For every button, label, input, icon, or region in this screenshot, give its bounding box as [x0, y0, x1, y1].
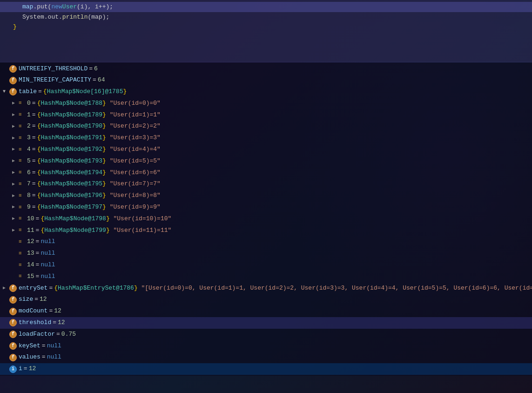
table-entry-14: ≡ 14 = null	[0, 259, 532, 271]
table-entry-7[interactable]: ▶ ≡ 7 = {HashMap$Node@1795} "User(id=7)=…	[0, 178, 532, 190]
field-name-size: size	[19, 295, 33, 305]
field-val-min-treeify: 64	[98, 75, 105, 85]
code-line-1: map.put(new User(i), i++);	[0, 2, 532, 12]
field-name-entryset: entrySet	[19, 284, 47, 293]
expand-icon[interactable]: ▶	[12, 135, 19, 142]
array-icon: ≡	[19, 250, 25, 258]
expand-icon[interactable]: ▶	[12, 203, 19, 211]
field-val-values: null	[47, 352, 61, 362]
table-entry-6[interactable]: ▶ ≡ 6 = {HashMap$Node@1794} "User(id=6)=…	[0, 167, 532, 179]
debug-row-values[interactable]: f values = null	[0, 352, 532, 363]
table-entry-0[interactable]: ▶ ≡ 0 = {HashMap$Node@1788} "User(id=0)=…	[0, 98, 532, 109]
table-entry-13: ≡ 13 = null	[0, 248, 532, 259]
expand-icon[interactable]: ▶	[12, 181, 19, 188]
debug-row-entryset[interactable]: ▶ f entrySet = {HashMap$EntrySet@1786} "…	[0, 283, 532, 294]
expand-icon[interactable]: ▶	[12, 123, 19, 130]
table-entry-5[interactable]: ▶ ≡ 5 = {HashMap$Node@1793} "User(id=5)=…	[0, 156, 532, 167]
expand-icon[interactable]: ▶	[12, 192, 19, 200]
field-name-modcount: modCount	[19, 306, 47, 316]
field-type-icon-f: f	[9, 77, 17, 84]
table-entry-10[interactable]: ▶ ≡ 10 = {HashMap$Node@1798} "User(id=10…	[0, 213, 532, 225]
field-name-untreeify: UNTREEIFY_THRESHOLD	[19, 64, 88, 74]
expand-icon[interactable]: ▶	[12, 215, 19, 223]
field-val-i: 12	[29, 364, 36, 374]
table-entry-1[interactable]: ▶ ≡ 1 = {HashMap$Node@1789} "User(id=1)=…	[0, 109, 532, 121]
field-type-table: HashMap$Node[16]	[47, 87, 105, 97]
expand-icon[interactable]: ▶	[12, 227, 19, 234]
field-type-icon-i: i	[9, 366, 17, 373]
expand-icon[interactable]: ▶	[12, 100, 19, 107]
field-val-keyset: null	[47, 341, 61, 351]
table-entry-12: ≡ 12 = null	[0, 236, 532, 248]
expand-arrow-entryset[interactable]: ▶	[3, 285, 9, 292]
debug-row-min-treeify[interactable]: f MIN_TREEIFY_CAPACITY = 64	[0, 75, 532, 86]
key-0: 0	[27, 99, 31, 108]
debug-row-untreeify-threshold[interactable]: f UNTREEIFY_THRESHOLD = 6	[0, 63, 532, 75]
field-val-loadfactor: 0.75	[61, 330, 76, 339]
field-type-icon-f: f	[9, 285, 17, 292]
array-icon: ≡	[19, 134, 25, 142]
array-icon: ≡	[19, 99, 25, 108]
debug-row-table[interactable]: ▼ f table = {HashMap$Node[16]@1785}	[0, 86, 532, 98]
field-val-threshold: 12	[58, 318, 65, 328]
table-entry-3[interactable]: ▶ ≡ 3 = {HashMap$Node@1791} "User(id=3)=…	[0, 132, 532, 144]
key-6: 6	[27, 168, 31, 178]
array-icon: ≡	[19, 180, 25, 189]
table-entry-11[interactable]: ▶ ≡ 11 = {HashMap$Node@1799} "User(id=11…	[0, 225, 532, 237]
spacer	[0, 32, 532, 60]
expand-icon[interactable]: ▶	[12, 111, 19, 119]
array-icon: ≡	[19, 238, 25, 246]
field-val-size: 12	[40, 295, 47, 305]
field-type-icon-f: f	[9, 88, 17, 95]
code-header: map.put(new User(i), i++); System.out.pr…	[0, 0, 532, 62]
key-10: 10	[27, 214, 34, 224]
table-entry-2[interactable]: ▶ ≡ 2 = {HashMap$Node@1790} "User(id=2)=…	[0, 121, 532, 132]
expand-icon[interactable]: ▶	[12, 146, 19, 153]
field-name-threshold: threshold	[19, 318, 51, 328]
array-icon: ≡	[19, 272, 25, 281]
expand-arrow-table[interactable]: ▼	[3, 88, 9, 95]
array-icon: ≡	[19, 226, 25, 235]
array-icon: ≡	[19, 215, 25, 223]
field-val-untreeify: 6	[94, 64, 98, 74]
table-entry-4[interactable]: ▶ ≡ 4 = {HashMap$Node@1792} "User(id=4)=…	[0, 144, 532, 156]
field-val-modcount: 12	[54, 306, 61, 316]
debug-row-i[interactable]: i i = 12	[0, 363, 532, 375]
array-icon: ≡	[19, 203, 25, 212]
key-9: 9	[27, 203, 31, 212]
field-type-icon-f: f	[9, 342, 17, 350]
array-icon: ≡	[19, 122, 25, 131]
field-name-i: i	[19, 364, 22, 374]
field-type-icon-f: f	[9, 296, 17, 304]
array-icon: ≡	[19, 261, 25, 270]
array-icon: ≡	[19, 146, 25, 154]
key-4: 4	[27, 145, 31, 155]
field-name-values: values	[19, 352, 40, 362]
table-entry-9[interactable]: ▶ ≡ 9 = {HashMap$Node@1797} "User(id=9)=…	[0, 202, 532, 213]
array-icon: ≡	[19, 157, 25, 165]
field-type-icon-f: f	[9, 331, 17, 338]
key-5: 5	[27, 156, 31, 166]
table-entry-15: ≡ 15 = null	[0, 271, 532, 283]
key-8: 8	[27, 191, 31, 201]
expand-icon[interactable]: ▶	[12, 169, 19, 176]
key-3: 3	[27, 133, 31, 143]
field-name-loadfactor: loadFactor	[19, 330, 55, 339]
field-type-icon-f: f	[9, 308, 17, 315]
key-7: 7	[27, 179, 31, 189]
key-11: 11	[27, 226, 34, 236]
table-entry-8[interactable]: ▶ ≡ 8 = {HashMap$Node@1796} "User(id=8)=…	[0, 190, 532, 202]
debug-variables-panel: f UNTREEIFY_THRESHOLD = 6 f MIN_TREEIFY_…	[0, 62, 532, 376]
debug-row-threshold[interactable]: f threshold = 12	[0, 317, 532, 329]
array-icon: ≡	[19, 169, 25, 177]
key-2: 2	[27, 122, 31, 131]
debug-row-keyset[interactable]: f keySet = null	[0, 340, 532, 352]
array-icon: ≡	[19, 111, 25, 119]
expand-icon[interactable]: ▶	[12, 157, 19, 165]
key-1: 1	[27, 110, 31, 120]
debug-row-modcount[interactable]: f modCount = 12	[0, 305, 532, 317]
code-line-3: }	[0, 22, 532, 32]
debug-row-loadfactor[interactable]: f loadFactor = 0.75	[0, 329, 532, 340]
debug-row-size[interactable]: f size = 12	[0, 294, 532, 305]
field-type-icon-f: f	[9, 319, 17, 326]
